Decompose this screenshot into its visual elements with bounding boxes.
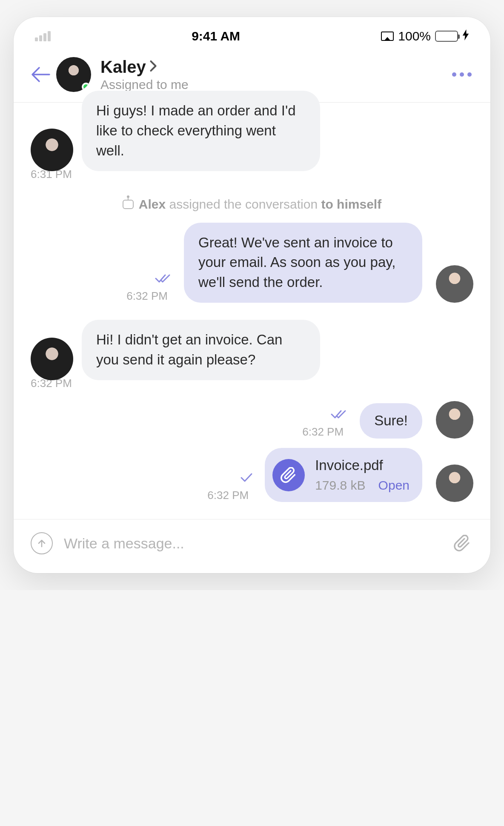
back-button[interactable] xyxy=(31,66,56,83)
message-input[interactable] xyxy=(64,535,440,552)
paperclip-icon xyxy=(272,459,305,491)
file-open-link[interactable]: Open xyxy=(378,476,410,495)
message-meta: 6:32 PM xyxy=(126,273,172,303)
contact-name: Kaley xyxy=(100,57,146,77)
message-bubble[interactable]: Sure! xyxy=(360,403,422,439)
system-actor: Alex xyxy=(139,197,166,211)
sent-receipt-icon xyxy=(240,472,253,486)
battery-percent: 100% xyxy=(398,29,431,43)
file-name: Invoice.pdf xyxy=(315,456,410,476)
message-bubble[interactable]: Great! We've sent an invoice to your ema… xyxy=(184,223,422,303)
phone-frame: 9:41 AM 100% Kaley Assign xyxy=(14,17,490,573)
file-attachment-bubble[interactable]: Invoice.pdf 179.8 kB Open xyxy=(265,448,422,502)
message-meta: 6:32 PM xyxy=(207,472,253,502)
message-row: 6:32 PM Sure! xyxy=(31,401,473,439)
message-row: 6:32 PM Great! We've sent an invoice to … xyxy=(31,223,473,303)
cast-icon xyxy=(381,32,394,41)
timestamp-text: 6:32 PM xyxy=(207,489,249,502)
message-composer xyxy=(14,519,490,573)
system-event: Alex assigned the conversation to himsel… xyxy=(31,197,473,212)
timestamp-text: 6:32 PM xyxy=(126,290,168,303)
agent-avatar[interactable] xyxy=(436,465,473,502)
back-arrow-icon xyxy=(31,66,50,83)
message-row: Hi guys! I made an order and I'd like to… xyxy=(31,91,473,171)
message-row: Hi! I didn't get an invoice. Can you sen… xyxy=(31,320,473,380)
assignment-subtitle: Assigned to me xyxy=(100,77,450,92)
timestamp-text: 6:32 PM xyxy=(302,425,344,439)
read-receipt-icon xyxy=(331,409,348,423)
battery-icon xyxy=(435,31,458,42)
more-options-button[interactable] xyxy=(450,71,473,78)
read-receipt-icon xyxy=(155,273,172,287)
bot-icon xyxy=(123,200,134,209)
conversation-area[interactable]: Hi guys! I made an order and I'd like to… xyxy=(14,91,490,519)
status-bar: 9:41 AM 100% xyxy=(14,17,490,49)
header-title-block[interactable]: Kaley Assigned to me xyxy=(100,57,450,92)
message-meta: 6:32 PM xyxy=(302,409,348,439)
system-target: to himself xyxy=(321,197,381,211)
agent-avatar[interactable] xyxy=(436,401,473,439)
sender-avatar[interactable] xyxy=(31,129,73,171)
charging-icon xyxy=(462,29,469,43)
contact-avatar[interactable] xyxy=(56,57,91,92)
system-action: assigned the conversation xyxy=(169,197,318,211)
message-row: 6:32 PM Invoice.pdf 179.8 kB Open xyxy=(31,448,473,502)
message-bubble[interactable]: Hi! I didn't get an invoice. Can you sen… xyxy=(82,320,320,380)
presence-indicator xyxy=(82,83,90,91)
send-button[interactable] xyxy=(31,532,53,554)
arrow-up-icon xyxy=(37,538,47,548)
sender-avatar[interactable] xyxy=(31,338,73,380)
paperclip-icon xyxy=(454,535,471,552)
file-size: 179.8 kB xyxy=(315,476,365,495)
status-time: 9:41 AM xyxy=(192,29,240,43)
chevron-right-icon xyxy=(149,59,157,75)
attach-button[interactable] xyxy=(451,532,473,554)
message-bubble[interactable]: Hi guys! I made an order and I'd like to… xyxy=(82,91,320,171)
agent-avatar[interactable] xyxy=(436,265,473,303)
status-right: 100% xyxy=(381,29,469,43)
signal-icon xyxy=(35,31,51,41)
